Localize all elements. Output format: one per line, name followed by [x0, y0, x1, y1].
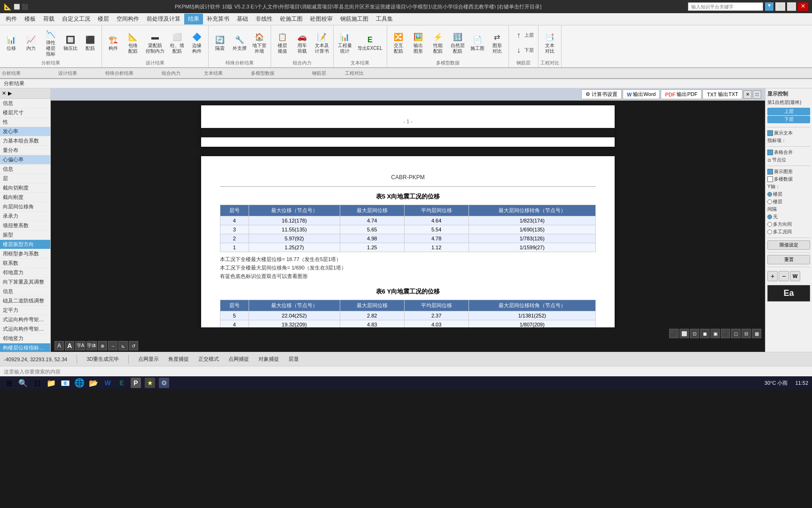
view-3d-btn[interactable]: ⬛ — [669, 329, 679, 338]
view-solid-btn[interactable]: ◼ — [700, 329, 710, 338]
ribbon-btn-displacement[interactable]: 📊 位移 — [2, 33, 21, 53]
taskbar-word[interactable]: W — [102, 378, 113, 388]
sidebar-item-disp-stat[interactable]: 构楼层位移指标统计 — [0, 343, 50, 352]
taskbar-folder[interactable]: 📂 — [88, 378, 99, 388]
close-btn[interactable]: ✕ — [798, 2, 808, 11]
ribbon-btn-textcompare[interactable]: 📑 文本对比 — [540, 30, 559, 56]
show-shape-checkbox[interactable] — [767, 169, 773, 175]
calc-settings-btn[interactable]: ⚙ 计算书设置 — [581, 89, 622, 99]
sidebar-item-center-ecc[interactable]: 心偏心率 — [0, 155, 50, 165]
taskbar-pkpm[interactable]: P — [131, 378, 141, 388]
text-size-btn[interactable]: 字体 — [86, 341, 97, 350]
status-grid-snap[interactable]: 点网显示 — [138, 356, 159, 363]
doc-maximize-btn[interactable]: □ — [753, 90, 761, 99]
sidebar-item-vib-mode[interactable]: 振型 — [0, 230, 50, 240]
ribbon-btn-output-shape[interactable]: 🖼️ 输出图形 — [409, 30, 428, 56]
taskbar-excel[interactable]: E — [117, 378, 127, 388]
sidebar-item-eccentricity[interactable]: 发心率 — [0, 127, 50, 136]
y-axis-option1[interactable]: 楼层 — [767, 190, 810, 198]
ribbon-btn-vehicle[interactable]: 🚗 用车荷载 — [293, 30, 312, 56]
multi-dir-row[interactable]: 多方向同 — [767, 221, 810, 228]
ribbon-btn-drawingplan[interactable]: 📄 施工图 — [468, 33, 487, 53]
output-pdf-btn[interactable]: PDF 输出PDF — [661, 89, 702, 99]
sidebar-item-wall-ratio[interactable]: 墙扭整系数 — [0, 221, 50, 230]
sidebar-item-property[interactable]: 性 — [0, 118, 50, 127]
sidebar-item-floor-vib[interactable]: 楼层振型方向 — [0, 240, 50, 249]
menu-preprocess[interactable]: 前处理及计算 — [143, 14, 184, 24]
taskbar-mail[interactable]: 📧 — [60, 378, 70, 388]
sidebar-item-gravity[interactable]: 邻地竖力 — [0, 334, 50, 343]
view-btn9[interactable]: ▦ — [752, 329, 761, 338]
multi-work-row[interactable]: 多工况同 — [767, 228, 810, 236]
ribbon-btn-upper[interactable]: ↑ 上层 — [511, 28, 536, 42]
ribbon-btn-envelope[interactable]: 📐 包络配筋 — [124, 30, 142, 56]
sidebar-item-bearing[interactable]: 承承力 — [0, 212, 50, 221]
draw-btn1[interactable]: ⊕ — [98, 341, 107, 350]
refresh-btn[interactable]: 重置 — [767, 255, 810, 264]
ribbon-btn-interact[interactable]: 🔀 交互配筋 — [389, 30, 408, 56]
multi-work-radio[interactable] — [767, 230, 772, 234]
ribbon-btn-elastic[interactable]: 📉 弹性楼层指标 — [41, 27, 60, 58]
document-container[interactable]: - 1 - CABR-PKPM 表5 X向地震工况的位移 层号 最大位移（节点号… — [51, 101, 765, 327]
taskbar-windows-btn[interactable]: ⊞ — [4, 378, 14, 388]
text-tool-btn[interactable]: A — [55, 341, 64, 350]
ribbon-btn-column[interactable]: ⬜ 柱、墙配筋 — [168, 30, 187, 56]
no-interval-radio[interactable] — [767, 214, 772, 219]
output-word-btn[interactable]: W 输出Word — [623, 89, 660, 99]
ribbon-btn-story-val[interactable]: 📋 楼层规值 — [273, 30, 292, 56]
ribbon-btn-perf[interactable]: ⚡ 性能配筋 — [429, 30, 447, 56]
multi-layer-checkbox[interactable] — [767, 176, 773, 182]
menu-story[interactable]: 楼层 — [94, 14, 113, 24]
limit-settings-btn[interactable]: 限值设定 — [767, 240, 810, 250]
ribbon-btn-axial[interactable]: 🔲 轴压比 — [61, 33, 80, 53]
nav-up-btn[interactable]: 上层 — [767, 108, 810, 115]
sidebar-item-adj-seismic[interactable]: 邻地震力 — [0, 268, 50, 278]
sidebar-item-floor-size[interactable]: 楼层尺寸 — [0, 108, 50, 118]
ribbon-btn-force[interactable]: 📈 内力 — [22, 33, 40, 53]
sidebar-item-frame-ratio[interactable]: 用框型参与系数 — [0, 249, 50, 259]
taskbar-app3[interactable]: ⚙ — [159, 378, 169, 388]
menu-steel[interactable]: 钢筋施工图 — [336, 14, 372, 24]
sidebar-item-drift-angle[interactable]: 向层间位移角 — [0, 202, 50, 212]
zoom-w-btn[interactable]: W — [790, 271, 800, 281]
table-row[interactable]: 2 5.97(92) 4.98 4.78 1/783(126) — [220, 234, 596, 243]
text-style-btn[interactable]: 字A — [75, 341, 86, 350]
menu-components[interactable]: 构件 — [2, 14, 21, 24]
view-btn7[interactable]: ◻ — [731, 329, 741, 338]
nav-down-btn[interactable]: 下层 — [767, 116, 810, 123]
draw-btn2[interactable]: → — [108, 341, 117, 350]
ribbon-btn-beam[interactable]: ▬ 梁配筋控制内力 — [143, 30, 167, 56]
table-row[interactable]: 4 16.12(178) 4.74 4.64 1/823(174) — [220, 216, 596, 225]
taskbar-browser[interactable]: 🌐 — [74, 378, 85, 388]
zoom-out-btn[interactable]: − — [779, 271, 789, 281]
bottom-search-input[interactable] — [4, 369, 808, 374]
menu-results[interactable]: 结果 — [184, 14, 203, 24]
taskbar-app2[interactable]: ★ — [145, 378, 155, 388]
y-axis-option2[interactable]: 楼层 — [767, 198, 810, 206]
draw-btn3[interactable]: ⊾ — [118, 341, 128, 350]
ribbon-btn-brace[interactable]: 🔧 外支撑 — [230, 33, 249, 53]
y-other-radio[interactable] — [767, 199, 772, 204]
no-interval-row[interactable]: 无 — [767, 213, 810, 221]
status-point[interactable]: 点网捕捉 — [228, 356, 249, 363]
taskbar-file-explorer[interactable]: 📁 — [46, 378, 56, 388]
view-wire-btn[interactable]: ⊡ — [690, 329, 699, 338]
view-btn8[interactable]: ⊟ — [742, 329, 751, 338]
ribbon-btn-quantity[interactable]: 📊 工程量统计 — [336, 30, 354, 56]
sidebar-item-floor2[interactable]: 层 — [0, 174, 50, 183]
ribbon-btn-lower[interactable]: ↓ 下层 — [511, 43, 536, 57]
ribbon-btn-compare[interactable]: ⇄ 图形对比 — [488, 30, 507, 56]
y-floor-radio[interactable] — [767, 192, 772, 197]
ribbon-btn-rebar[interactable]: ⬛ 配筋 — [81, 33, 100, 53]
search-btn[interactable]: ▼ — [765, 2, 773, 11]
status-angle[interactable]: 角度捕捉 — [168, 356, 189, 363]
text-bold-btn[interactable]: A — [65, 341, 74, 350]
status-layer[interactable]: 层显 — [289, 356, 299, 363]
ribbon-btn-excel[interactable]: E 导出EXCEL — [355, 33, 385, 53]
output-txt-btn[interactable]: TXT 输出TXT — [703, 89, 742, 99]
status-ortho[interactable]: 正交模式 — [198, 356, 219, 363]
sidebar-item-y-moment[interactable]: 式运向构件弯矩力矩 — [0, 325, 50, 334]
sidebar-item-weight[interactable]: 向下算重及其调整 — [0, 278, 50, 287]
table-row[interactable]: 4 19.32(209) 4.83 4.03 1/807(209) — [220, 320, 596, 328]
menu-space[interactable]: 空间构件 — [113, 14, 143, 24]
